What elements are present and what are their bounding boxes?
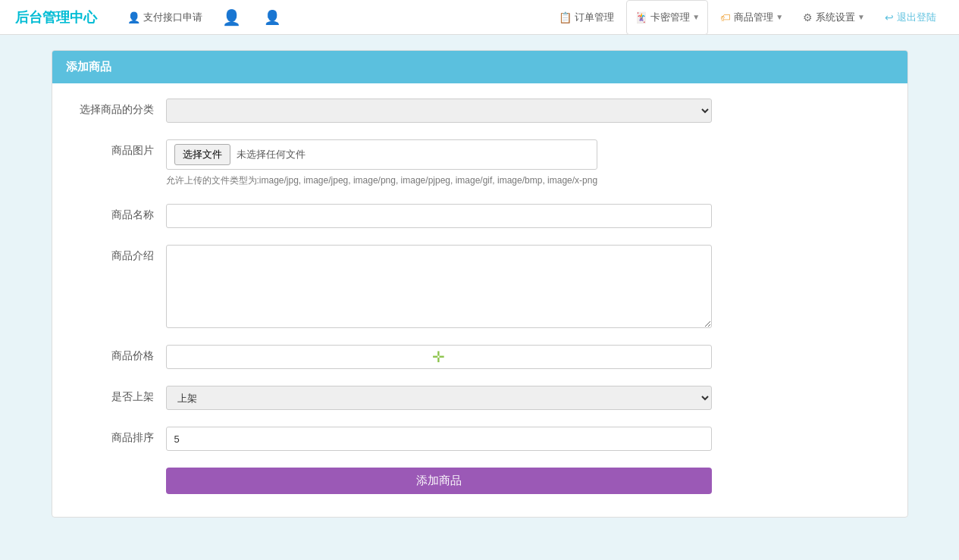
nav-links: 👤 支付接口申请 👤 👤 📋 订单管理 🃏 卡密管理 ▼ 🏷 商品管理 ▼ (120, 0, 944, 35)
file-choose-button[interactable]: 选择文件 (174, 144, 230, 165)
file-hint-text: 允许上传的文件类型为:image/jpg, image/jpeg, image/… (166, 174, 598, 187)
name-label: 商品名称 (75, 204, 166, 222)
file-input-wrapper: 选择文件 未选择任何文件 (166, 139, 598, 170)
nav-user1[interactable]: 👤 (215, 0, 252, 35)
category-select[interactable] (166, 99, 712, 123)
sort-label: 商品排序 (75, 427, 166, 445)
nav-settings[interactable]: ⚙ 系统设置 ▼ (795, 0, 873, 35)
image-label: 商品图片 (75, 139, 166, 158)
nav-order-label: 订单管理 (575, 11, 614, 24)
nav-settings-label: 系统设置 (816, 11, 855, 24)
desc-group: 商品介绍 (75, 245, 885, 328)
nav-card[interactable]: 🃏 卡密管理 ▼ (626, 0, 708, 35)
card-title: 添加商品 (66, 60, 111, 73)
name-group: 商品名称 (75, 204, 885, 228)
navbar: 后台管理中心 👤 支付接口申请 👤 👤 📋 订单管理 🃏 卡密管理 ▼ (0, 0, 959, 35)
nav-goods[interactable]: 🏷 商品管理 ▼ (713, 0, 791, 35)
price-group: 商品价格 ✛ (75, 345, 885, 369)
status-label: 是否上架 (75, 386, 166, 404)
nav-payment-label: 支付接口申请 (143, 11, 202, 24)
nav-payment[interactable]: 👤 支付接口申请 (120, 0, 210, 35)
nav-card-label: 卡密管理 (650, 11, 690, 24)
price-wrapper: ✛ (166, 345, 712, 369)
card-icon: 🃏 (635, 11, 647, 23)
sort-group: 商品排序 (75, 427, 885, 451)
card-chevron-icon: ▼ (692, 13, 700, 21)
category-label: 选择商品的分类 (75, 99, 166, 117)
goods-chevron-icon: ▼ (776, 13, 783, 21)
nav-logout-label: 退出登陆 (897, 11, 936, 24)
image-group: 商品图片 选择文件 未选择任何文件 允许上传的文件类型为:image/jpg, … (75, 139, 885, 187)
nav-order[interactable]: 📋 订单管理 (551, 0, 622, 35)
settings-icon: ⚙ (803, 11, 813, 23)
goods-icon: 🏷 (720, 11, 731, 23)
desc-label: 商品介绍 (75, 245, 166, 263)
nav-user2[interactable]: 👤 (256, 0, 291, 35)
order-icon: 📋 (559, 11, 572, 23)
nav-goods-label: 商品管理 (734, 11, 773, 24)
nav-logout[interactable]: ↩ 退出登陆 (877, 0, 944, 35)
brand-title: 后台管理中心 (15, 8, 97, 27)
file-group: 选择文件 未选择任何文件 允许上传的文件类型为:image/jpg, image… (166, 139, 598, 187)
sort-input[interactable] (166, 427, 712, 451)
logout-icon: ↩ (885, 11, 894, 23)
price-input[interactable] (166, 345, 712, 369)
desc-textarea[interactable] (166, 245, 712, 328)
add-product-card: 添加商品 选择商品的分类 商品图片 选择文件 未选择任何文件 允许上传的文件类型… (52, 50, 908, 518)
card-body: 选择商品的分类 商品图片 选择文件 未选择任何文件 允许上传的文件类型为:ima… (52, 83, 907, 517)
main-content: 添加商品 选择商品的分类 商品图片 选择文件 未选择任何文件 允许上传的文件类型… (0, 35, 959, 533)
name-input[interactable] (166, 204, 712, 228)
file-no-file-text: 未选择任何文件 (237, 148, 306, 161)
user1-icon: 👤 (222, 8, 241, 27)
settings-chevron-icon: ▼ (857, 13, 865, 21)
payment-icon: 👤 (127, 11, 140, 23)
user2-icon: 👤 (264, 9, 280, 26)
category-group: 选择商品的分类 (75, 99, 885, 123)
price-label: 商品价格 (75, 345, 166, 363)
submit-row: 添加商品 (75, 468, 885, 494)
card-header: 添加商品 (52, 51, 907, 83)
submit-button[interactable]: 添加商品 (166, 468, 712, 494)
status-select[interactable]: 上架 下架 (166, 386, 712, 410)
status-group: 是否上架 上架 下架 (75, 386, 885, 410)
